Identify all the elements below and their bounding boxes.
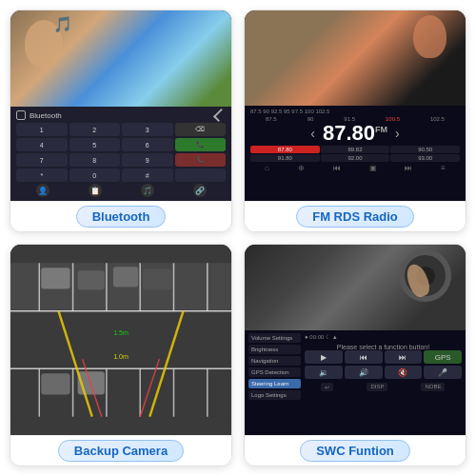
- key-call[interactable]: 📞: [175, 138, 227, 151]
- person-icon[interactable]: 👤: [36, 184, 50, 197]
- fm-preset-4[interactable]: 91.80: [250, 154, 320, 162]
- swc-gps[interactable]: GPS Detection: [248, 367, 301, 377]
- swc-volume[interactable]: Volume Settings: [248, 333, 301, 343]
- backup-camera-label-wrap: Backup Camera: [10, 435, 231, 466]
- fm-eq-icon[interactable]: ≡: [441, 164, 446, 172]
- swc-label-wrap: SWC Funtion: [245, 435, 466, 466]
- fm-frequency: 87.80FM: [323, 121, 387, 145]
- bluetooth-photo: [10, 10, 231, 107]
- svg-rect-16: [41, 268, 69, 288]
- fm-skip-back-icon[interactable]: ⏮: [333, 164, 341, 172]
- fm-radio-screen: 87.5 90 92.5 95 97.5 100 102.5 87.5 90 9…: [245, 10, 466, 201]
- fm-f2: 90: [307, 116, 314, 122]
- fm-skip-fwd-icon[interactable]: ⏭: [405, 164, 412, 172]
- svg-rect-17: [78, 270, 105, 289]
- bluetooth-topbar: Bluetooth: [16, 110, 226, 120]
- key-8[interactable]: 8: [69, 153, 121, 167]
- camera-bg: 1.5m 1.0m: [10, 245, 231, 435]
- swc-card: Volume Settings Brightness Navigation GP…: [244, 244, 466, 466]
- swc-controls-grid: ▶ ⏮ ⏭ GPS 🔉 🔊 🔇 🎤: [305, 350, 462, 379]
- camera-lines-svg: 1.5m 1.0m: [10, 245, 231, 435]
- swc-play-btn[interactable]: ▶: [305, 350, 343, 364]
- fm-screen-icon[interactable]: ▣: [369, 164, 377, 172]
- backup-camera-label: Backup Camera: [58, 440, 184, 462]
- key-3[interactable]: 3: [122, 123, 173, 136]
- swc-sidebar: Volume Settings Brightness Navigation GP…: [248, 333, 301, 432]
- fm-radio-image: 87.5 90 92.5 95 97.5 100 102.5 87.5 90 9…: [245, 10, 466, 201]
- key-del[interactable]: ⌫: [175, 123, 227, 136]
- fm-presets: 87.80 89.82 90.50 91.80 92.00 93.00: [250, 146, 460, 162]
- link-icon[interactable]: 🔗: [193, 184, 207, 197]
- fm-home-icon[interactable]: ⌂: [265, 164, 269, 172]
- home-icon: [16, 110, 26, 120]
- svg-rect-19: [143, 268, 171, 289]
- fm-f1: 87.5: [266, 116, 277, 122]
- bluetooth-label: Bluetooth: [76, 206, 167, 228]
- swc-nobe-btn[interactable]: NOBE: [421, 383, 445, 391]
- back-icon: [213, 109, 227, 122]
- bluetooth-call-label: Bluetooth: [30, 111, 214, 120]
- key-0[interactable]: 0: [69, 169, 121, 182]
- fm-radio-label: FM RDS Radio: [296, 206, 414, 228]
- swc-mic-btn[interactable]: 🎤: [424, 366, 462, 379]
- swc-prompt: Please select a function button!: [305, 344, 462, 350]
- swc-logo[interactable]: Logo Settings: [248, 390, 301, 400]
- key-6[interactable]: 6: [122, 138, 173, 151]
- fm-f5: 102.5: [430, 116, 445, 122]
- swc-steering[interactable]: Steering Learn: [248, 379, 301, 388]
- key-end[interactable]: 📞: [175, 153, 227, 167]
- key-5[interactable]: 5: [69, 138, 121, 151]
- fm-bottombar: ⌂ ⊕ ⏮ ▣ ⏭ ≡: [250, 164, 460, 172]
- key-4[interactable]: 4: [16, 138, 68, 151]
- fm-info-left: 87.5 90 92.5 95 97.5 100 102.5: [250, 109, 329, 114]
- bluetooth-label-wrap: Bluetooth: [10, 201, 231, 231]
- swc-back-btn[interactable]: ↩: [321, 383, 333, 391]
- call-log-icon[interactable]: 📋: [89, 184, 102, 197]
- fm-search-icon[interactable]: ⊕: [298, 164, 305, 172]
- fm-preset-6[interactable]: 93.00: [390, 154, 460, 162]
- swc-navigation[interactable]: Navigation: [248, 356, 301, 366]
- swc-mute-btn[interactable]: 🔇: [385, 366, 423, 379]
- swc-next-btn[interactable]: ⏭: [385, 350, 423, 364]
- swc-disp-btn[interactable]: DISP: [367, 383, 387, 391]
- fm-radio-label-wrap: FM RDS Radio: [245, 201, 466, 231]
- fm-radio-photo: [245, 10, 466, 106]
- fm-frequency-display: 87.80FM: [323, 123, 387, 144]
- bluetooth-keypad: 1 2 3 ⌫ 4 5 6 📞 7 8 9 📞 * 0 #: [16, 123, 226, 182]
- fm-next-button[interactable]: ›: [395, 126, 400, 141]
- svg-rect-20: [41, 373, 69, 394]
- svg-rect-18: [113, 267, 138, 287]
- fm-preset-2[interactable]: 89.82: [321, 146, 390, 153]
- key-1[interactable]: 1: [16, 123, 68, 136]
- svg-text:1.0m: 1.0m: [113, 353, 129, 360]
- key-star[interactable]: *: [16, 169, 68, 182]
- swc-label: SWC Funtion: [300, 440, 410, 462]
- swc-vol-down-btn[interactable]: 🔉: [305, 366, 343, 379]
- key-7[interactable]: 7: [16, 153, 68, 167]
- key-2[interactable]: 2: [69, 123, 121, 136]
- fm-preset-1[interactable]: 87.80: [250, 146, 320, 153]
- bluetooth-card: Bluetooth 1 2 3 ⌫ 4 5 6 📞 7 8 9: [10, 10, 232, 232]
- swc-vol-up-btn[interactable]: 🔊: [345, 366, 383, 379]
- fm-preset-5[interactable]: 92.00: [321, 154, 390, 162]
- fm-radio-ui: 87.5 90 92.5 95 97.5 100 102.5 87.5 90 9…: [245, 106, 466, 201]
- swc-bottom-row: ↩ DISP NOBE: [305, 383, 462, 391]
- swc-screen: Volume Settings Brightness Navigation GP…: [245, 245, 466, 435]
- swc-image: Volume Settings Brightness Navigation GP…: [245, 245, 466, 435]
- swc-main-panel: ● 00:00 ☾ ▲ Please select a function but…: [305, 333, 462, 432]
- key-hash[interactable]: #: [122, 169, 173, 182]
- camera-screen: 1.5m 1.0m: [10, 245, 231, 435]
- fm-prev-button[interactable]: ‹: [310, 126, 315, 141]
- key-9[interactable]: 9: [122, 153, 173, 167]
- swc-gps-btn[interactable]: GPS: [424, 350, 462, 364]
- swc-brightness[interactable]: Brightness: [248, 345, 301, 354]
- swc-photo: [245, 245, 466, 330]
- key-empty: [175, 169, 227, 182]
- music-icon[interactable]: 🎵: [141, 184, 154, 197]
- fm-preset-3[interactable]: 90.50: [390, 146, 460, 153]
- fm-radio-card: 87.5 90 92.5 95 97.5 100 102.5 87.5 90 9…: [244, 10, 466, 232]
- svg-text:1.5m: 1.5m: [113, 329, 129, 336]
- swc-prev-btn[interactable]: ⏮: [345, 350, 383, 364]
- backup-camera-card: 1.5m 1.0m Backup Camera: [10, 244, 232, 466]
- bluetooth-ui: Bluetooth 1 2 3 ⌫ 4 5 6 📞 7 8 9: [10, 107, 231, 201]
